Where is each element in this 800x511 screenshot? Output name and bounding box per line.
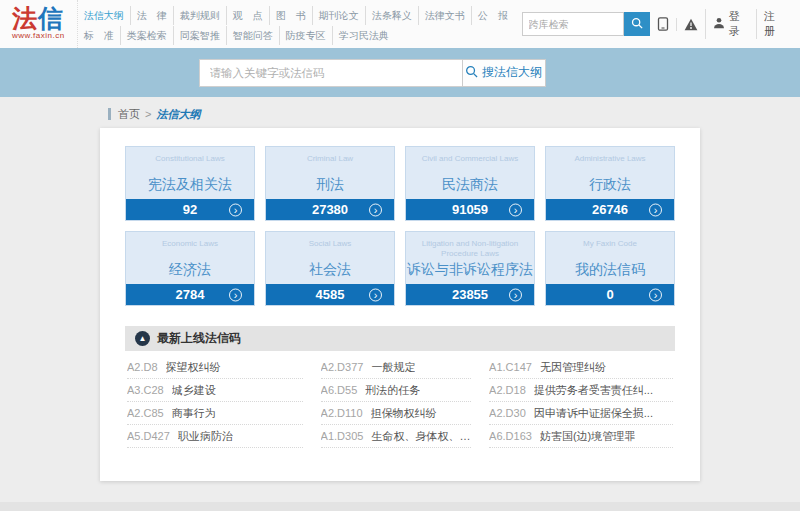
arrow-circle-icon[interactable]: › [509, 203, 522, 216]
arrow-circle-icon[interactable]: › [649, 288, 662, 301]
category-count-bar[interactable]: 26746 › [546, 199, 674, 220]
faxin-code-title: 生命权、身体权、健康... [371, 429, 471, 444]
faxin-code-title: 无因管理纠纷 [540, 360, 606, 375]
faxin-code-item[interactable]: A6.D55 刑法的任务 [321, 379, 472, 402]
nav-item[interactable]: 同案智推 [173, 26, 226, 45]
faxin-code-item[interactable]: A3.C28 城乡建设 [127, 379, 303, 402]
category-card-body: Social Laws 社会法 [266, 232, 394, 284]
category-card[interactable]: Social Laws 社会法 4585 › [265, 231, 395, 306]
latest-badge-icon: ▲ [135, 331, 150, 346]
cross-db-search-input[interactable] [522, 12, 624, 36]
content-panel: Constitutional Laws 宪法及相关法 92 › Criminal… [100, 128, 700, 481]
nav-item[interactable]: 观 点 [226, 6, 269, 25]
category-english-label: Litigation and Non-litigation Procedure … [410, 239, 530, 259]
category-english-label: Social Laws [270, 239, 390, 249]
faxin-code-title: 因申请诉中证据保全损... [534, 406, 653, 421]
nav-item[interactable]: 期刊论文 [312, 6, 365, 25]
mobile-app-icon[interactable] [650, 17, 676, 31]
alert-icon[interactable] [676, 18, 705, 31]
header-tools: 登录 注册 [650, 9, 800, 39]
nav-item[interactable]: 智能问答 [226, 26, 279, 45]
arrow-circle-icon[interactable]: › [649, 203, 662, 216]
faxin-code-item[interactable]: A2.D30 因申请诉中证据保全损... [489, 402, 673, 425]
nav-item[interactable]: 公 报 [471, 6, 514, 25]
category-title: 诉讼与非诉讼程序法 [406, 261, 534, 279]
faxin-code-item[interactable]: A6.D163 妨害国(边)境管理罪 [489, 425, 673, 448]
arrow-circle-icon[interactable]: › [369, 203, 382, 216]
nav-item[interactable]: 法信大纲 [78, 6, 130, 25]
category-count-bar[interactable]: 23855 › [406, 284, 534, 305]
breadcrumb: 首页 > 法信大纲 [108, 105, 800, 123]
category-card[interactable]: Civil and Commercial Laws 民法商法 91059 › [405, 146, 535, 221]
category-card[interactable]: Economic Laws 经济法 2784 › [125, 231, 255, 306]
cross-db-search-button[interactable] [624, 12, 650, 36]
category-card[interactable]: Constitutional Laws 宪法及相关法 92 › [125, 146, 255, 221]
category-count: 92 [183, 202, 197, 217]
faxin-code-item[interactable]: A2.D110 担保物权纠纷 [321, 402, 472, 425]
faxin-code-item[interactable]: A5.D427 职业病防治 [127, 425, 303, 448]
faxin-code-item[interactable]: A2.C85 商事行为 [127, 402, 303, 425]
main-search-button[interactable]: 搜法信大纲 [462, 59, 546, 87]
nav-item[interactable]: 图 书 [269, 6, 312, 25]
faxin-code: A2.D18 [489, 384, 526, 396]
nav-item[interactable]: 法 律 [130, 6, 173, 25]
arrow-circle-icon[interactable]: › [229, 203, 242, 216]
cross-db-search [522, 12, 650, 36]
category-english-label: Civil and Commercial Laws [410, 154, 530, 164]
faxin-code: A5.D427 [127, 430, 170, 442]
category-title: 行政法 [546, 176, 674, 194]
register-link[interactable]: 注册 [756, 9, 792, 39]
faxin-code-item[interactable]: A2.D8 探望权纠纷 [127, 356, 303, 379]
category-count-bar[interactable]: 27380 › [266, 199, 394, 220]
category-english-label: Economic Laws [130, 239, 250, 249]
site-logo[interactable]: 法信 www.faxin.cn [0, 0, 78, 48]
category-count: 91059 [452, 202, 488, 217]
arrow-circle-icon[interactable]: › [229, 288, 242, 301]
category-card-body: Constitutional Laws 宪法及相关法 [126, 147, 254, 199]
user-icon [713, 17, 725, 31]
category-card[interactable]: Criminal Law 刑法 27380 › [265, 146, 395, 221]
breadcrumb-marker [108, 108, 111, 120]
category-card[interactable]: My Faxin Code 我的法信码 0 › [545, 231, 675, 306]
category-cards: Constitutional Laws 宪法及相关法 92 › Criminal… [125, 146, 675, 306]
nav-item[interactable]: 学习民法典 [332, 26, 395, 45]
faxin-code-item[interactable]: A1.D305 生命权、身体权、健康... [321, 425, 472, 448]
search-icon [631, 17, 643, 32]
nav-item[interactable]: 裁判规则 [173, 6, 226, 25]
category-count-bar[interactable]: 2784 › [126, 284, 254, 305]
category-title: 宪法及相关法 [126, 176, 254, 194]
latest-codes-list: A2.D8 探望权纠纷 A2.D377 一般规定 A1.C147 无因管理纠纷 … [125, 356, 675, 448]
category-title: 经济法 [126, 261, 254, 279]
category-card[interactable]: Administrative Laws 行政法 26746 › [545, 146, 675, 221]
latest-codes-title: 最新上线法信码 [157, 330, 241, 347]
faxin-code: A2.D30 [489, 407, 526, 419]
category-title: 刑法 [266, 176, 394, 194]
category-count-bar[interactable]: 0 › [546, 284, 674, 305]
nav-item[interactable]: 法律文书 [418, 6, 471, 25]
category-card[interactable]: Litigation and Non-litigation Procedure … [405, 231, 535, 306]
arrow-circle-icon[interactable]: › [369, 288, 382, 301]
arrow-circle-icon[interactable]: › [509, 288, 522, 301]
faxin-code-title: 一般规定 [371, 360, 415, 375]
register-label: 注册 [764, 9, 785, 39]
nav-item[interactable]: 标 准 [78, 26, 120, 45]
category-english-label: My Faxin Code [550, 239, 670, 249]
nav-item[interactable]: 防疫专区 [279, 26, 332, 45]
search-icon [465, 65, 478, 81]
nav-item[interactable]: 类案检索 [120, 26, 173, 45]
main-search-input[interactable] [199, 59, 463, 87]
faxin-code-item[interactable]: A1.C147 无因管理纠纷 [489, 356, 673, 379]
nav-item[interactable]: 法条释义 [365, 6, 418, 25]
category-english-label: Constitutional Laws [130, 154, 250, 164]
category-count-bar[interactable]: 92 › [126, 199, 254, 220]
faxin-code-item[interactable]: A2.D377 一般规定 [321, 356, 472, 379]
faxin-code-title: 探望权纠纷 [166, 360, 221, 375]
breadcrumb-home[interactable]: 首页 [118, 107, 140, 122]
category-count-bar[interactable]: 4585 › [266, 284, 394, 305]
category-title: 民法商法 [406, 176, 534, 194]
nav-row-2: 标 准类案检索同案智推智能问答防疫专区学习民法典 [78, 25, 514, 45]
main-search-form: 搜法信大纲 [199, 59, 546, 87]
category-count-bar[interactable]: 91059 › [406, 199, 534, 220]
login-link[interactable]: 登录 [705, 9, 756, 39]
faxin-code-item[interactable]: A2.D18 提供劳务者受害责任纠... [489, 379, 673, 402]
